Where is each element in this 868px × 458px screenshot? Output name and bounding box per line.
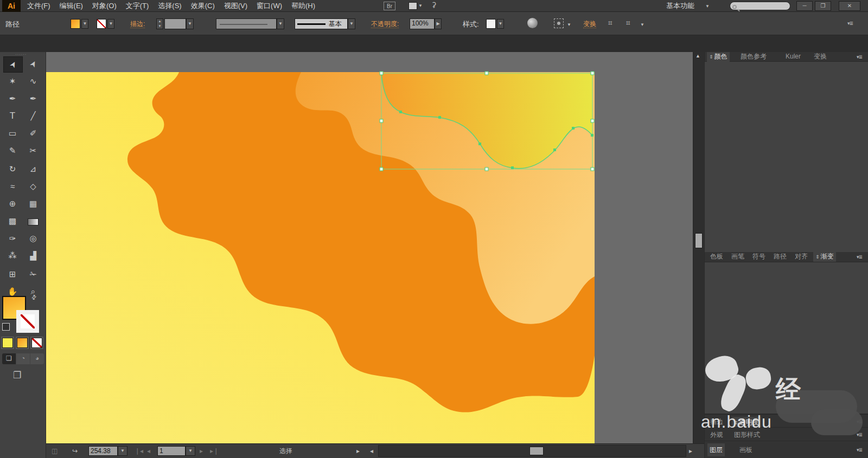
selection-tool[interactable]: ➤ xyxy=(3,56,23,73)
tab-kuler[interactable]: Kuler xyxy=(783,52,803,61)
draw-inside-mode-button[interactable]: ◕ xyxy=(30,353,44,364)
symbol-sprayer-tool[interactable]: ⁂ xyxy=(3,248,22,263)
color-panel-menu-icon[interactable]: ▾≣ xyxy=(857,54,862,60)
prev-artboard-icon[interactable]: ◂ xyxy=(147,444,150,458)
window-close-button[interactable]: ✕ xyxy=(839,1,860,11)
scissors-tool[interactable]: ✂ xyxy=(24,143,42,158)
menu-edit[interactable]: 编辑(E) xyxy=(60,0,83,12)
arrange-documents-icon[interactable] xyxy=(409,2,417,10)
next-artboard-icon[interactable]: ▸ xyxy=(200,444,203,458)
opacity-arrow-icon[interactable]: ▶ xyxy=(435,18,442,29)
tab-appearance[interactable]: 外观 xyxy=(708,430,725,440)
width-profile-dropdown[interactable] xyxy=(216,18,277,29)
window-minimize-button[interactable]: ─ xyxy=(796,1,813,11)
column-graph-tool[interactable]: ▟ xyxy=(24,248,42,263)
brush-definition-dropdown[interactable]: 基本 xyxy=(295,18,348,29)
slice-tool[interactable]: ✁ xyxy=(24,267,42,282)
draw-normal-mode-button[interactable]: ❏ xyxy=(2,353,16,364)
menu-type[interactable]: 文字(T) xyxy=(126,0,149,12)
style-swatch[interactable] xyxy=(486,19,496,29)
recolor-artwork-icon[interactable] xyxy=(527,18,538,28)
type-tool[interactable]: T xyxy=(3,108,22,124)
first-artboard-icon[interactable]: ❘◂ xyxy=(135,444,143,458)
gradient-panel-menu-icon[interactable]: ▾≣ xyxy=(857,254,862,260)
menu-effect[interactable]: 效果(C) xyxy=(191,0,215,12)
workspace-switcher[interactable]: 基本功能 xyxy=(666,0,694,12)
transform-panel-link[interactable]: 变换 xyxy=(583,20,596,28)
isolate-selection-icon[interactable] xyxy=(554,18,564,28)
color-mode-button[interactable] xyxy=(2,338,13,348)
vertical-scrollbar[interactable]: ▲ xyxy=(693,52,704,443)
blend-tool[interactable]: ◎ xyxy=(24,231,42,246)
vertical-scroll-thumb[interactable] xyxy=(695,233,703,248)
opacity-panel-link[interactable]: 不透明度: xyxy=(371,20,399,28)
screen-mode-button[interactable]: ❐ xyxy=(13,370,21,381)
appearance-panel-menu-icon[interactable]: ▾≣ xyxy=(857,432,862,437)
tab-symbols[interactable]: 符号 xyxy=(750,252,768,261)
tab-color[interactable]: 颜色 xyxy=(707,52,730,62)
stroke-color-arrow-icon[interactable]: ▼ xyxy=(107,19,114,29)
default-fill-stroke-icon[interactable] xyxy=(2,323,10,331)
horizontal-scroll-thumb[interactable] xyxy=(529,447,544,455)
gradient-tool[interactable] xyxy=(24,214,42,229)
line-segment-tool[interactable]: ╱ xyxy=(24,108,42,124)
none-mode-button[interactable] xyxy=(31,338,42,348)
status-share-icon[interactable]: ↪ xyxy=(72,444,78,458)
arrange-documents-arrow-icon[interactable]: ▼ xyxy=(418,3,423,8)
last-artboard-icon[interactable]: ▸❘ xyxy=(210,444,219,458)
stroke-weight-field[interactable] xyxy=(164,18,186,29)
rectangle-tool[interactable]: ▭ xyxy=(3,126,22,141)
direct-selection-tool[interactable]: ➤ xyxy=(24,56,42,72)
pen-tool[interactable]: ✒ xyxy=(3,91,22,106)
menu-view[interactable]: 视图(V) xyxy=(224,0,247,12)
stroke-proxy-swatch[interactable] xyxy=(16,310,39,333)
stroke-none-swatch[interactable] xyxy=(97,19,106,29)
width-tool[interactable]: ≈ xyxy=(3,179,22,194)
brush-definition-arrow-icon[interactable]: ▼ xyxy=(348,18,355,29)
mesh-tool[interactable]: ▩ xyxy=(3,214,22,229)
canvas[interactable] xyxy=(46,52,693,443)
search-input[interactable] xyxy=(730,2,790,10)
horizontal-scrollbar[interactable] xyxy=(378,445,686,457)
width-profile-arrow-icon[interactable]: ▼ xyxy=(277,18,284,29)
fill-color-swatch[interactable] xyxy=(71,19,80,29)
isolate-selection-arrow-icon[interactable]: ▼ xyxy=(566,21,572,27)
tab-stroke[interactable]: 描边 xyxy=(708,417,725,427)
tab-brushes[interactable]: 画笔 xyxy=(729,252,746,261)
gradient-mode-button[interactable] xyxy=(17,338,28,348)
artboard-number-arrow-icon[interactable]: ▼ xyxy=(186,446,195,456)
tab-gradient[interactable]: 渐变 xyxy=(813,252,836,262)
tab-artboards[interactable]: 画板 xyxy=(737,446,755,455)
menu-window[interactable]: 窗口(W) xyxy=(257,0,282,12)
fill-color-arrow-icon[interactable]: ▼ xyxy=(81,19,88,29)
hscroll-right-icon[interactable]: ▸ xyxy=(689,444,692,458)
free-transform-tool[interactable]: ◇ xyxy=(24,179,42,194)
zoom-level-field[interactable]: 254.38 xyxy=(88,446,118,456)
artboard-tool[interactable]: ⊞ xyxy=(3,267,22,282)
eyedropper-tool[interactable]: ✑ xyxy=(3,231,22,246)
hscroll-left-icon[interactable]: ◂ xyxy=(370,444,373,458)
curvature-pen-tool[interactable]: ✒ xyxy=(24,91,42,106)
scale-tool[interactable]: ⊿ xyxy=(24,162,42,177)
rotate-tool[interactable]: ↻ xyxy=(3,162,22,177)
bridge-button[interactable]: Br xyxy=(384,2,395,10)
draw-behind-mode-button[interactable]: ◔ xyxy=(16,353,30,364)
menu-file[interactable]: 文件(F) xyxy=(27,0,50,12)
layers-panel-menu-icon[interactable]: ▾≣ xyxy=(857,447,862,453)
menu-help[interactable]: 帮助(H) xyxy=(291,0,315,12)
status-device-icon[interactable]: ◫ xyxy=(52,444,58,458)
status-expand-icon[interactable]: ▸ xyxy=(356,444,360,458)
scroll-up-icon[interactable]: ▲ xyxy=(695,53,700,59)
opacity-field[interactable]: 100% xyxy=(410,18,435,29)
zoom-level-arrow-icon[interactable]: ▼ xyxy=(118,446,127,456)
stroke-weight-arrow-icon[interactable]: ▼ xyxy=(186,18,194,29)
paintbrush-tool[interactable]: ✐ xyxy=(24,126,42,141)
perspective-grid-tool[interactable]: ▦ xyxy=(24,196,42,211)
tab-swatches[interactable]: 色板 xyxy=(708,252,725,261)
cs-live-icon[interactable]: ⚳ xyxy=(431,1,437,9)
tab-pathfinder[interactable]: 路径 xyxy=(771,252,789,261)
stroke-panel-link[interactable]: 描边: xyxy=(130,20,145,28)
tab-graphic-styles[interactable]: 图形样式 xyxy=(732,430,762,440)
menu-object[interactable]: 对象(O) xyxy=(92,0,117,12)
pencil-tool[interactable]: ✎ xyxy=(3,143,22,158)
